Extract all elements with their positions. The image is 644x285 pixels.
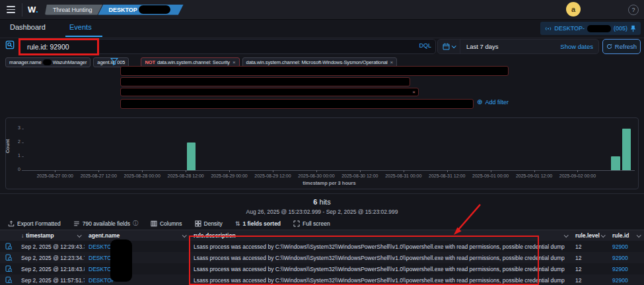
chevron-down-icon[interactable]: [601, 233, 606, 238]
chevron-down-icon[interactable]: [564, 233, 569, 238]
cell-rule-id[interactable]: 92900: [608, 252, 644, 263]
x-axis-title: timestamp per 3 hours: [24, 180, 635, 186]
redaction-blob: [43, 59, 52, 65]
redacted-filter-pill[interactable]: ×: [120, 88, 419, 96]
time-range-label[interactable]: Last 7 days: [466, 43, 499, 50]
fullscreen-button[interactable]: Full screen: [293, 220, 330, 227]
fields-sorted-button[interactable]: ⇅ 1 fields sorted: [235, 220, 281, 227]
cell-rule-level: 12: [571, 274, 608, 285]
close-icon[interactable]: ×: [233, 59, 236, 65]
cell-agent-name[interactable]: DESKTOP-: [85, 274, 190, 285]
tool-label: Density: [204, 220, 223, 227]
cell-timestamp: Sep 2, 2025 @ 12:23:34.752: [17, 252, 85, 263]
header-rule-level[interactable]: rule.level: [571, 230, 608, 241]
header-timestamp[interactable]: ↓timestamp: [17, 230, 85, 241]
sort-icon: ⇅: [235, 220, 240, 227]
selected-agent-badge[interactable]: DESKTOP- (005): [540, 22, 641, 35]
info-icon: ⓘ: [133, 220, 138, 227]
cell-timestamp: Sep 2, 2025 @ 11:57:51.761: [17, 274, 85, 285]
saved-query-icon[interactable]: [5, 40, 16, 51]
export-formatted-button[interactable]: Export Formatted: [8, 220, 61, 227]
add-filter-button[interactable]: ⊕Add filter: [477, 98, 509, 106]
hamburger-menu-icon[interactable]: [7, 6, 15, 13]
cell-rule-id[interactable]: 92900: [608, 274, 644, 285]
x-tick-label: 2025-08-28 00:00: [119, 174, 165, 178]
expand-document-icon[interactable]: [0, 241, 17, 252]
date-picker: Last 7 days Show dates: [437, 39, 599, 54]
redacted-filter-pill[interactable]: [120, 77, 410, 86]
fields-icon: [73, 220, 80, 227]
avatar[interactable]: a: [566, 2, 581, 16]
header-expand-column: [0, 230, 17, 241]
x-tick-mark: [316, 170, 317, 172]
redaction-blob: [139, 5, 170, 14]
expand-document-icon[interactable]: [0, 252, 17, 263]
histogram-bar[interactable]: [187, 142, 196, 170]
redacted-filter-pill[interactable]: [120, 99, 474, 109]
x-tick-mark: [404, 170, 404, 172]
tool-label: 790 available fields: [83, 220, 130, 227]
search-input[interactable]: rule.id: 92900 DQL: [18, 39, 436, 54]
tab-events[interactable]: Events: [69, 23, 92, 31]
x-tick-mark: [577, 170, 578, 172]
chevron-down-icon[interactable]: [637, 233, 641, 238]
pill-text: manager.name: [9, 59, 42, 65]
table-row: Sep 2, 2025 @ 12:18:43.839DESKTOP-Lsass …: [0, 263, 644, 275]
export-icon: [8, 220, 15, 227]
histogram-plot: Count timestamp per 3 hours 01232025-08-…: [6, 118, 638, 189]
close-icon[interactable]: ×: [390, 59, 394, 65]
agent-online-icon: [545, 26, 552, 32]
add-filter-label: Add filter: [485, 99, 509, 106]
pin-icon[interactable]: [630, 25, 636, 32]
tab-dashboard[interactable]: Dashboard: [10, 23, 46, 31]
x-tick-mark: [55, 170, 55, 172]
header-agent-name[interactable]: agent.name: [85, 230, 190, 241]
breadcrumb-label: Threat Hunting: [53, 7, 92, 13]
expand-document-icon[interactable]: [0, 274, 17, 285]
fullscreen-icon: [293, 220, 300, 227]
filter-funnel-icon[interactable]: [110, 57, 118, 65]
x-tick-label: 2025-08-30 00:00: [293, 174, 340, 178]
redacted-filter-pill[interactable]: [120, 66, 509, 76]
pill-text: WazuhManager: [53, 59, 87, 65]
redaction-blob: [587, 25, 611, 32]
cell-agent-name[interactable]: DESKTOP-: [85, 263, 190, 274]
chevron-down-icon[interactable]: [182, 233, 187, 238]
calendar-dropdown[interactable]: [438, 40, 460, 53]
breadcrumb-threat-hunting[interactable]: Threat Hunting: [45, 5, 103, 15]
histogram-bar[interactable]: [611, 156, 620, 170]
header-rule-id[interactable]: rule.id: [608, 230, 644, 241]
available-fields-button[interactable]: 790 available fields ⓘ: [73, 220, 138, 227]
calendar-icon: [443, 43, 450, 50]
cell-rule-id[interactable]: 92900: [608, 241, 644, 252]
cell-agent-name[interactable]: DESKTOP-: [85, 241, 190, 252]
plus-circle-icon: ⊕: [477, 98, 482, 106]
help-icon[interactable]: ?: [628, 5, 639, 15]
density-button[interactable]: Density: [195, 220, 223, 227]
x-tick-mark: [491, 170, 491, 172]
expand-document-icon[interactable]: [0, 263, 17, 274]
cell-agent-name[interactable]: DESKTOP-: [85, 252, 190, 263]
x-tick-label: 2025-09-02 00:00: [554, 174, 600, 178]
help-glyph: ?: [631, 7, 635, 13]
search-row: rule.id: 92900 DQL Last 7 days Show date…: [0, 38, 644, 56]
filter-pill-manager[interactable]: manager.nameWazuhManager: [5, 57, 90, 67]
header-label: rule.id: [612, 232, 629, 239]
histogram-bar[interactable]: [622, 129, 631, 170]
refresh-button[interactable]: Refresh: [602, 39, 641, 54]
close-icon[interactable]: ×: [412, 89, 415, 95]
query-language-button[interactable]: DQL: [419, 42, 431, 49]
columns-button[interactable]: Columns: [151, 220, 182, 227]
cell-rule-level: 12: [571, 241, 608, 252]
header-label: rule.description: [194, 232, 236, 239]
x-tick-label: 2025-08-31 00:00: [380, 174, 427, 178]
refresh-icon: [606, 44, 612, 49]
show-dates-link[interactable]: Show dates: [560, 43, 593, 50]
x-tick-label: 2025-08-30 12:00: [337, 174, 383, 178]
wazuh-logo[interactable]: W.: [28, 5, 38, 15]
agent-name: DESKTOP-: [554, 25, 585, 32]
chevron-down-icon[interactable]: [77, 233, 82, 238]
header-rule-description[interactable]: rule.description: [190, 230, 571, 241]
breadcrumb-agent[interactable]: DESKTOP: [98, 5, 183, 15]
cell-rule-id[interactable]: 92900: [608, 263, 644, 274]
